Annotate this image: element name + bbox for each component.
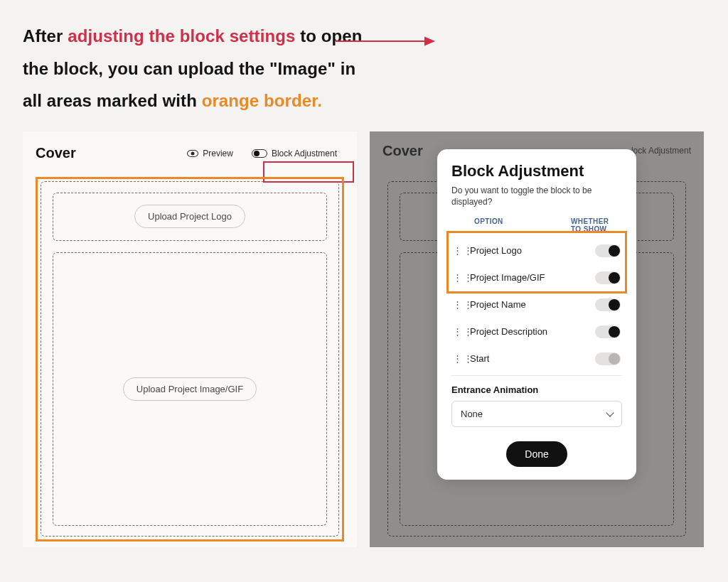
option-row-project-name: ⋮⋮ Project Name xyxy=(451,291,622,318)
popup-subtitle: Do you want to toggle the block to be di… xyxy=(451,185,622,208)
toggle-project-logo[interactable] xyxy=(595,244,621,257)
block-adjustment-popup: Block Adjustment Do you want to toggle t… xyxy=(437,149,636,480)
upload-image-button[interactable]: Upload Project Image/GIF xyxy=(123,377,257,401)
drag-handle-icon[interactable]: ⋮⋮ xyxy=(453,275,460,281)
block-adjustment-label: Block Adjustment xyxy=(272,149,337,158)
preview-label: Preview xyxy=(203,149,233,158)
left-panel: Cover Preview Block Adjustment Upload Pr… xyxy=(23,131,357,547)
option-label: Project Logo xyxy=(470,245,585,257)
option-label: Project Name xyxy=(470,299,585,311)
preview-button[interactable]: Preview xyxy=(187,149,233,158)
option-label: Start xyxy=(470,353,585,365)
toggle-icon xyxy=(252,149,267,158)
entrance-animation-select[interactable]: None xyxy=(451,401,622,427)
block-adjustment-label-ghost: lock Adjustment xyxy=(631,146,691,156)
page-title: Cover xyxy=(382,143,423,159)
legend-show: WHETHER TO SHOW xyxy=(571,217,621,233)
option-label: Project Image/GIF xyxy=(470,272,585,284)
legend-option: OPTION xyxy=(474,217,503,233)
option-row-project-logo: ⋮⋮ Project Logo xyxy=(451,237,622,264)
drag-handle-icon[interactable]: ⋮⋮ xyxy=(453,248,460,254)
option-row-project-image: ⋮⋮ Project Image/GIF xyxy=(451,264,622,291)
eye-icon xyxy=(187,150,198,157)
logo-dropzone[interactable]: Upload Project Logo xyxy=(53,193,327,241)
drag-handle-icon[interactable]: ⋮⋮ xyxy=(453,329,460,335)
divider xyxy=(451,375,622,376)
right-panel: Cover lock Adjustment Block Adjustment D… xyxy=(370,131,704,547)
entrance-animation-label: Entrance Animation xyxy=(451,384,622,395)
popup-title: Block Adjustment xyxy=(451,162,622,180)
headline-highlight-red: adjusting the block settings xyxy=(68,26,295,45)
drag-handle-icon[interactable]: ⋮⋮ xyxy=(453,302,460,308)
toggle-start[interactable] xyxy=(595,352,621,365)
headline-text: After xyxy=(23,26,68,45)
image-dropzone[interactable]: Upload Project Image/GIF xyxy=(53,252,327,526)
select-value: None xyxy=(461,409,483,419)
headline-text: the block, you can upload the "Image" in xyxy=(23,53,705,85)
done-button[interactable]: Done xyxy=(506,441,567,467)
chevron-down-icon xyxy=(606,409,614,416)
headline-highlight-orange: orange border. xyxy=(202,91,322,110)
instruction-headline: After adjusting the block settings to op… xyxy=(0,0,728,124)
block-adjustment-button[interactable]: Block Adjustment xyxy=(245,143,344,164)
headline-text: to open xyxy=(295,26,362,45)
option-label: Project Description xyxy=(470,326,585,338)
toggle-project-image[interactable] xyxy=(595,271,621,284)
headline-text: all areas marked with xyxy=(23,91,202,110)
upload-logo-button[interactable]: Upload Project Logo xyxy=(134,205,245,228)
toggle-project-description[interactable] xyxy=(595,325,621,338)
toggle-project-name[interactable] xyxy=(595,298,621,311)
page-title: Cover xyxy=(36,145,76,161)
drag-handle-icon[interactable]: ⋮⋮ xyxy=(453,356,460,362)
option-row-start: ⋮⋮ Start xyxy=(451,345,622,372)
option-row-project-description: ⋮⋮ Project Description xyxy=(451,318,622,345)
